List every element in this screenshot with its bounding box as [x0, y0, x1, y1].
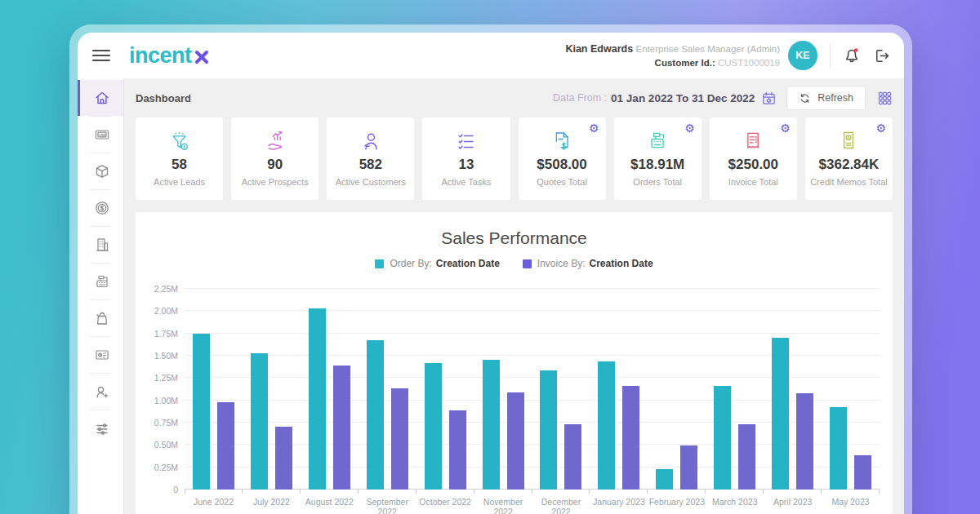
chart-legend: Order By:Creation DateInvoice By:Creatio…	[147, 258, 881, 269]
bar[interactable]	[564, 424, 581, 490]
refresh-button[interactable]: Refresh	[786, 86, 866, 110]
sidebar-item-company[interactable]	[78, 227, 123, 263]
bar[interactable]	[367, 340, 384, 490]
bar-group	[474, 289, 532, 490]
sidebar-item-reports[interactable]	[78, 337, 123, 373]
x-axis-label: January 2023	[590, 497, 648, 514]
bar[interactable]	[830, 407, 847, 490]
bar[interactable]	[622, 386, 639, 490]
x-axis-label: August 2022	[301, 497, 359, 514]
x-axis-label: June 2022	[185, 497, 243, 514]
sliders-icon	[94, 420, 110, 436]
legend-label: Order By:	[390, 258, 431, 269]
bar[interactable]	[193, 334, 210, 490]
bar[interactable]	[251, 353, 268, 490]
card-label: Invoice Total	[728, 176, 778, 188]
calendar-icon[interactable]	[761, 91, 777, 106]
card-settings-gear-icon[interactable]: ⚙	[589, 122, 599, 134]
add-user-icon	[94, 383, 110, 400]
card-settings-gear-icon[interactable]: ⚙	[780, 122, 791, 134]
invoice-receipt-icon	[741, 129, 765, 155]
cash-register-icon	[94, 273, 110, 290]
breadcrumb-toolbar: Dashboard Data From : 01 Jan 2022 To 31 …	[136, 78, 893, 117]
x-axis-label: September 2022	[359, 497, 416, 514]
y-tick-label: 0.25M	[147, 463, 178, 472]
sales-performance-chart-card: Sales Performance Order By:Creation Date…	[136, 212, 893, 514]
bar[interactable]	[333, 366, 350, 490]
bar[interactable]	[714, 386, 731, 490]
prospects-hand-chart-icon	[263, 129, 287, 155]
hamburger-menu-button[interactable]	[78, 47, 124, 64]
x-axis-labels: June 2022July 2022August 2022September 2…	[185, 497, 880, 514]
sidebar-item-products[interactable]	[78, 153, 123, 189]
building-icon	[94, 237, 110, 253]
bar-group	[764, 289, 822, 490]
logo-text: incent	[129, 43, 192, 69]
notifications-bell-icon[interactable]	[843, 47, 861, 64]
bar[interactable]	[738, 424, 755, 490]
bar-group	[185, 289, 243, 490]
user-name: Kian Edwards	[565, 43, 633, 55]
card-value: 13	[458, 157, 474, 173]
brand-logo: incent	[129, 43, 211, 69]
logout-icon[interactable]	[874, 47, 891, 64]
bar[interactable]	[449, 410, 466, 490]
date-range-value[interactable]: 01 Jan 2022 To 31 Dec 2022	[611, 92, 755, 104]
bar[interactable]	[680, 445, 697, 490]
card-orders-total: ⚙ $18.91M Orders Total	[614, 117, 702, 200]
bar[interactable]	[483, 360, 500, 490]
bars-row	[185, 289, 880, 490]
sidebar-item-preferences[interactable]	[78, 410, 123, 446]
y-tick-label: 0	[147, 485, 178, 494]
x-axis-label: October 2022	[416, 497, 474, 514]
card-label: Active Tasks	[441, 176, 491, 188]
bar-group	[822, 289, 880, 490]
bar-group	[706, 289, 764, 490]
report-card-icon	[94, 347, 110, 363]
apps-grid-icon[interactable]	[877, 91, 893, 106]
bar[interactable]	[425, 363, 442, 490]
bar[interactable]	[796, 393, 813, 490]
sidebar-item-add-user[interactable]	[78, 374, 123, 410]
legend-swatch-icon	[375, 259, 384, 268]
card-credit-memos-total: ⚙ $362.84K Credit Memos Total	[805, 117, 893, 200]
dollar-coin-icon	[94, 200, 110, 216]
sidebar-item-home[interactable]	[78, 80, 123, 116]
x-axis-label: May 2023	[822, 497, 880, 514]
bar[interactable]	[656, 469, 673, 490]
customer-id-label: Customer Id.:	[655, 58, 715, 68]
card-active-customers: 582 Active Customers	[327, 117, 414, 200]
tasks-checklist-icon	[454, 129, 479, 155]
card-label: Active Prospects	[242, 176, 309, 188]
package-box-icon	[94, 163, 110, 179]
bar-group	[416, 289, 474, 490]
card-settings-gear-icon[interactable]: ⚙	[875, 122, 886, 134]
card-label: Quotes Total	[537, 176, 587, 188]
x-axis-label: April 2023	[764, 497, 822, 514]
avatar[interactable]: KE	[788, 41, 817, 70]
bar-group	[532, 289, 590, 490]
sidebar-item-purchases[interactable]	[78, 300, 123, 336]
sidebar-item-sales[interactable]	[78, 264, 123, 299]
card-value: $18.91M	[630, 157, 684, 173]
card-value: 58	[172, 157, 187, 173]
bar[interactable]	[275, 427, 292, 490]
sidebar-item-crm[interactable]: CRM	[78, 117, 123, 153]
legend-item[interactable]: Order By:Creation Date	[375, 258, 499, 269]
bar[interactable]	[309, 308, 326, 490]
bar[interactable]	[507, 392, 524, 490]
sidebar-item-pricing[interactable]	[78, 190, 123, 226]
top-header: incent Kian Edwards Enterprise Sales Man…	[78, 33, 904, 78]
y-tick-label: 1.75M	[147, 329, 178, 339]
bar-group	[359, 289, 416, 490]
crm-icon: CRM	[94, 126, 110, 143]
card-settings-gear-icon[interactable]: ⚙	[684, 122, 695, 134]
bar[interactable]	[854, 455, 871, 490]
bar[interactable]	[598, 361, 615, 490]
legend-item[interactable]: Invoice By:Creation Date	[523, 258, 653, 269]
bar[interactable]	[391, 388, 408, 490]
bar[interactable]	[217, 402, 234, 490]
bar[interactable]	[772, 338, 789, 490]
refresh-icon	[799, 92, 811, 104]
bar[interactable]	[540, 370, 557, 490]
